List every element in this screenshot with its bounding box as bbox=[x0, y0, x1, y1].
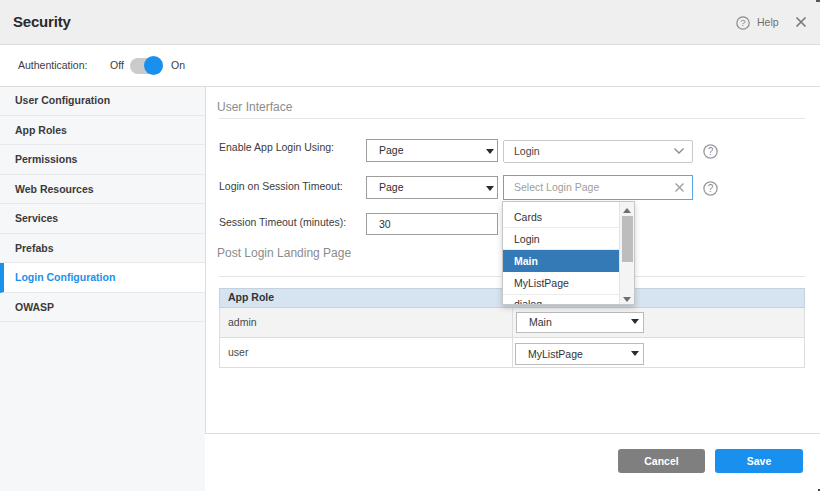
svg-text:?: ? bbox=[708, 183, 714, 194]
svg-text:?: ? bbox=[708, 146, 714, 157]
svg-text:?: ? bbox=[740, 17, 745, 28]
